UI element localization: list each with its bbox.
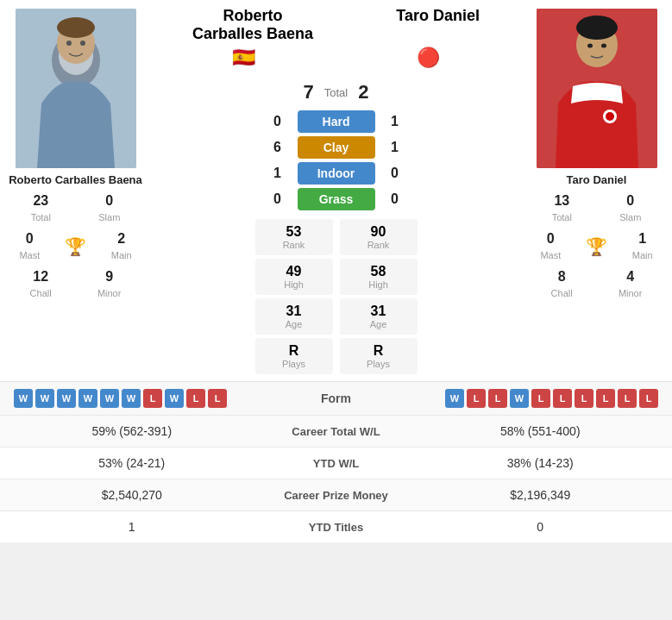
right-total: 13 Total <box>552 190 572 228</box>
left-titles: 1 <box>14 520 250 534</box>
left-mast-main-row: 0 Mast 🏆 2 Main <box>7 228 144 266</box>
flags-row: 🇪🇸 🔴 <box>151 47 521 69</box>
left-slam-val: 0 <box>105 193 113 208</box>
right-player-name-below: Taro Daniel <box>567 173 627 186</box>
form-badge-l: L <box>488 389 507 408</box>
form-badge-l: L <box>143 389 162 408</box>
right-ytd-wl: 38% (14-23) <box>423 456 659 470</box>
right-chall-minor-row: 8 Chall 4 Minor <box>528 266 665 304</box>
right-total-val: 13 <box>554 193 569 208</box>
center-section: Roberto Carballes Baena Taro Daniel 🇪🇸 🔴… <box>151 0 521 374</box>
grass-row: 0 Grass 0 <box>151 188 521 210</box>
svg-point-4 <box>57 17 95 38</box>
right-mast: 0 Mast <box>540 228 561 266</box>
svg-point-11 <box>601 44 606 48</box>
left-chall-val: 12 <box>33 269 48 284</box>
right-mast-lbl: Mast <box>540 250 561 260</box>
right-player-name-top: Taro Daniel <box>396 7 480 43</box>
prize-row: $2,540,270 Career Prize Money $2,196,349 <box>0 479 672 510</box>
left-slam-lbl: Slam <box>98 212 120 222</box>
right-minor-val: 4 <box>626 269 634 284</box>
career-wl-row: 59% (562-391) Career Total W/L 58% (551-… <box>0 415 672 447</box>
form-row: WWWWWWLWLL Form WLLWLLLLLL <box>0 381 672 415</box>
right-minor: 4 Minor <box>619 266 643 304</box>
left-name-line1: Roberto <box>192 7 313 25</box>
form-badge-l: L <box>618 389 637 408</box>
right-hard-score: 1 <box>382 114 408 129</box>
left-player-name-text: Roberto Carballes Baena <box>9 173 142 186</box>
titles-row: 1 YTD Titles 0 <box>0 510 672 542</box>
right-slam-lbl: Slam <box>619 212 641 222</box>
left-player-name-top: Roberto Carballes Baena <box>192 7 313 43</box>
left-flag: 🇪🇸 <box>232 47 255 69</box>
svg-point-10 <box>587 44 593 48</box>
total-score-row: 7 Total 2 <box>304 72 369 107</box>
left-age-val: 31 <box>266 304 323 319</box>
form-badge-w: W <box>510 389 529 408</box>
left-rank-val: 53 <box>266 224 323 240</box>
left-minor-lbl: Minor <box>97 288 122 298</box>
right-chall-lbl: Chall <box>551 288 573 298</box>
left-high-val: 49 <box>266 264 323 279</box>
left-center-cards: 53 Rank 49 High 31 Age R Plays <box>255 219 333 374</box>
left-hard-score: 0 <box>265 114 291 129</box>
left-form-badges: WWWWWWLWLL <box>14 389 227 408</box>
form-badge-l: L <box>575 389 593 408</box>
form-badge-w: W <box>165 389 184 408</box>
left-mast: 0 Mast <box>19 228 40 266</box>
form-badge-l: L <box>467 389 486 408</box>
left-age-lbl: Age <box>266 319 323 329</box>
right-mast-val: 0 <box>547 231 555 246</box>
right-rank-lbl: Rank <box>350 240 407 250</box>
left-plays-val: R <box>266 343 323 359</box>
left-player-name-below: Roberto Carballes Baena <box>9 173 142 186</box>
career-wl-label: Career Total W/L <box>250 425 423 438</box>
right-player-photo <box>537 9 657 168</box>
right-trophy-icon-cell: 🏆 <box>586 235 607 260</box>
ytd-wl-row: 53% (24-21) YTD W/L 38% (14-23) <box>0 447 672 479</box>
right-main-val: 1 <box>638 231 646 246</box>
right-clay-score: 1 <box>382 140 408 155</box>
right-high-card: 58 High <box>340 259 418 295</box>
player-comparison-section: Roberto Carballes Baena 23 Total 0 Slam <box>0 0 672 374</box>
form-badge-l: L <box>596 389 615 408</box>
left-player-stats: 23 Total 0 Slam 0 Mast 🏆 <box>7 190 144 304</box>
left-age-card: 31 Age <box>255 298 333 335</box>
svg-point-9 <box>576 16 618 40</box>
right-titles: 0 <box>423 520 659 534</box>
left-player-photo <box>16 9 136 168</box>
form-badge-w: W <box>35 389 54 408</box>
right-form-badges: WLLWLLLLLL <box>445 389 658 408</box>
left-plays-lbl: Plays <box>266 359 323 369</box>
form-badge-w: W <box>14 389 33 408</box>
left-total-lbl: Total <box>31 212 51 222</box>
surface-scores: 0 Hard 1 6 Clay 1 1 Indoor 0 <box>151 107 521 214</box>
left-indoor-score: 1 <box>265 166 291 181</box>
right-plays-val: R <box>350 343 407 359</box>
right-total-score: 2 <box>358 81 368 103</box>
indoor-row: 1 Indoor 0 <box>151 162 521 185</box>
right-slam: 0 Slam <box>619 190 641 228</box>
svg-point-13 <box>606 112 614 121</box>
right-slam-val: 0 <box>626 193 634 208</box>
total-label: Total <box>324 86 348 99</box>
left-prize: $2,540,270 <box>14 488 250 502</box>
right-high-val: 58 <box>350 264 407 279</box>
left-name-line2: Carballes Baena <box>192 25 313 43</box>
left-grass-score: 0 <box>265 191 291 207</box>
player-names-row: Roberto Carballes Baena Taro Daniel <box>151 7 521 47</box>
left-main: 2 Main <box>111 228 132 266</box>
left-clay-score: 6 <box>265 140 291 155</box>
svg-point-5 <box>66 41 72 46</box>
form-badge-l: L <box>639 389 658 408</box>
right-chall-val: 8 <box>558 269 566 284</box>
right-player-stats: 13 Total 0 Slam 0 Mast 🏆 <box>528 190 665 304</box>
right-main: 1 Main <box>632 228 653 266</box>
clay-badge: Clay <box>298 136 375 159</box>
right-name-top: Taro Daniel <box>396 7 480 25</box>
right-total-lbl: Total <box>552 212 572 222</box>
right-high-lbl: High <box>350 279 407 290</box>
form-badge-l: L <box>531 389 550 408</box>
grass-badge: Grass <box>298 188 375 210</box>
right-flag: 🔴 <box>417 47 440 69</box>
